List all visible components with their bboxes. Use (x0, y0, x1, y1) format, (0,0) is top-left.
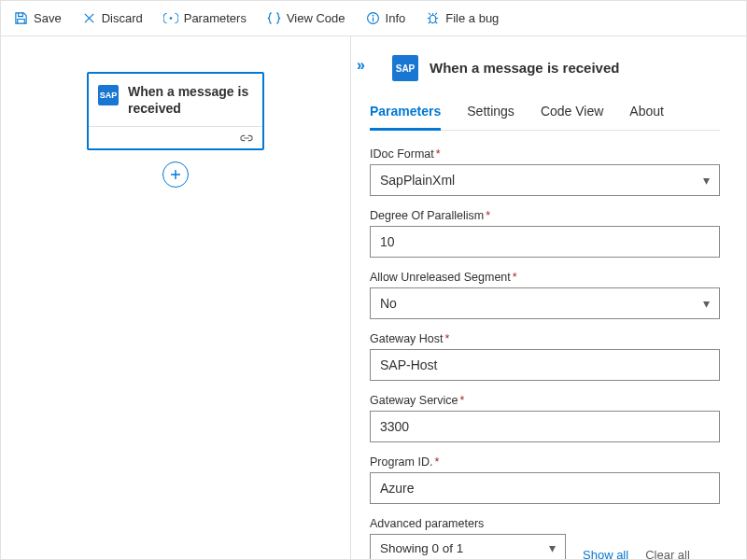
save-icon (14, 11, 28, 25)
advanced-parameters-section: Advanced parameters Showing 0 of 1 ▾ Sho… (370, 517, 720, 559)
link-icon (240, 133, 253, 144)
trigger-node[interactable]: SAP When a message is received (87, 72, 264, 150)
discard-button[interactable]: Discard (73, 7, 152, 29)
trigger-node-title: When a message is received (128, 83, 251, 117)
gateway-service-label: Gateway Service* (370, 394, 720, 407)
field-idoc-format: IDoc Format* SapPlainXml ▾ (370, 147, 720, 196)
clear-all-link[interactable]: Clear all (645, 548, 690, 559)
tab-about[interactable]: About (629, 98, 664, 130)
gateway-host-input[interactable] (370, 349, 720, 381)
gateway-host-label: Gateway Host* (370, 332, 720, 345)
designer-canvas: SAP When a message is received (1, 36, 351, 559)
save-button[interactable]: Save (5, 7, 71, 29)
allow-unreleased-label: Allow Unreleased Segment* (370, 271, 720, 284)
advanced-parameters-label: Advanced parameters (370, 517, 720, 530)
advanced-parameters-value: Showing 0 of 1 (380, 541, 463, 555)
trigger-node-header: SAP When a message is received (89, 74, 262, 126)
content-area: SAP When a message is received » SAP Whe… (1, 36, 746, 559)
allow-unreleased-value: No (380, 296, 397, 311)
panel-tabs: Parameters Settings Code View About (370, 98, 720, 131)
svg-point-0 (169, 17, 172, 20)
sap-icon: SAP (98, 85, 119, 105)
view-code-label: View Code (287, 11, 345, 25)
show-all-link[interactable]: Show all (583, 548, 628, 559)
advanced-parameters-select[interactable]: Showing 0 of 1 ▾ (370, 534, 566, 559)
panel-title: When a message is received (430, 60, 619, 76)
braces-icon (267, 11, 281, 25)
save-label: Save (34, 11, 62, 25)
chevron-down-icon: ▾ (549, 540, 556, 555)
gateway-service-input[interactable] (370, 411, 720, 442)
view-code-button[interactable]: View Code (258, 7, 355, 29)
tab-code-view[interactable]: Code View (541, 98, 603, 130)
collapse-panel-icon[interactable]: » (357, 57, 363, 74)
degree-parallelism-label: Degree Of Parallelism* (370, 209, 720, 222)
panel-header: SAP When a message is received (392, 53, 720, 81)
tab-settings[interactable]: Settings (467, 98, 514, 130)
field-gateway-service: Gateway Service* (370, 394, 720, 442)
idoc-format-label: IDoc Format* (370, 147, 720, 161)
idoc-format-select[interactable]: SapPlainXml ▾ (370, 164, 720, 196)
field-degree-parallelism: Degree Of Parallelism* (370, 209, 720, 258)
idoc-format-value: SapPlainXml (380, 173, 455, 188)
field-program-id: Program ID.* (370, 455, 720, 504)
parameters-button[interactable]: Parameters (154, 7, 256, 29)
allow-unreleased-select[interactable]: No ▾ (370, 287, 720, 319)
toolbar: Save Discard Parameters View Code Info F… (1, 1, 746, 36)
chevron-down-icon: ▾ (703, 296, 710, 311)
field-allow-unreleased: Allow Unreleased Segment* No ▾ (370, 271, 720, 319)
info-button[interactable]: Info (357, 7, 416, 29)
degree-parallelism-input[interactable] (370, 226, 720, 258)
info-label: Info (386, 11, 406, 25)
file-bug-label: File a bug (445, 11, 499, 25)
chevron-down-icon: ▾ (703, 173, 710, 188)
add-step-button[interactable] (162, 161, 189, 188)
file-bug-button[interactable]: File a bug (416, 7, 508, 29)
properties-panel: » SAP When a message is received Paramet… (351, 36, 746, 559)
svg-point-3 (430, 15, 436, 22)
info-icon (366, 11, 380, 25)
trigger-node-footer (89, 126, 262, 148)
parameters-label: Parameters (184, 11, 247, 25)
field-gateway-host: Gateway Host* (370, 332, 720, 381)
program-id-label: Program ID.* (370, 455, 720, 469)
discard-label: Discard (102, 11, 143, 25)
tab-parameters[interactable]: Parameters (370, 98, 441, 131)
svg-point-2 (372, 15, 374, 17)
sap-icon: SAP (392, 55, 418, 81)
close-icon (82, 11, 96, 25)
bug-icon (426, 11, 440, 25)
program-id-input[interactable] (370, 472, 720, 504)
parameters-icon (163, 11, 178, 25)
